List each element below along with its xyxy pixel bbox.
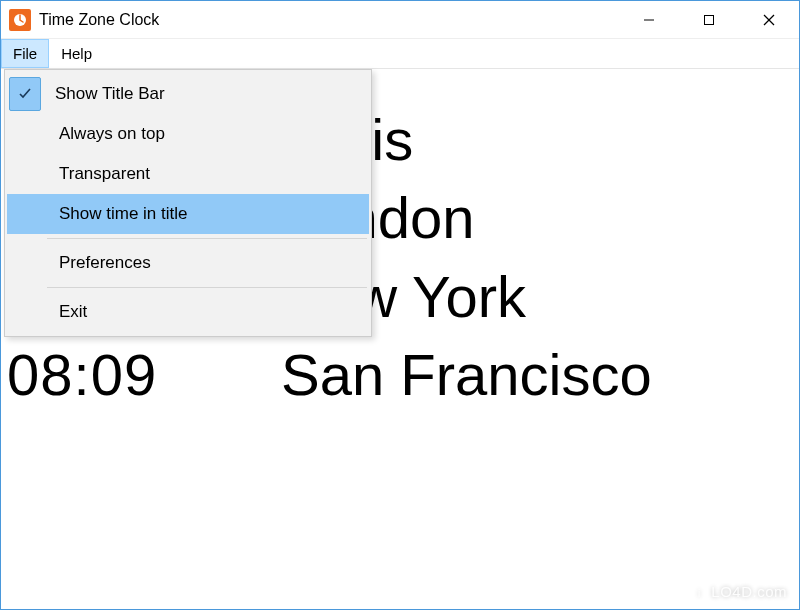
- menu-item-label: Always on top: [47, 124, 369, 144]
- check-icon: [9, 77, 41, 111]
- watermark-text: LO4D.com: [711, 583, 787, 600]
- window-title: Time Zone Clock: [39, 11, 159, 29]
- menu-transparent[interactable]: Transparent: [7, 154, 369, 194]
- menu-item-label: Preferences: [47, 253, 369, 273]
- watermark: iLO4D.com: [691, 583, 787, 601]
- menu-item-label: Transparent: [47, 164, 369, 184]
- menu-show-time-in-title[interactable]: Show time in title: [7, 194, 369, 234]
- close-button[interactable]: [739, 1, 799, 39]
- maximize-button[interactable]: [679, 1, 739, 39]
- menu-preferences[interactable]: Preferences: [7, 243, 369, 283]
- file-dropdown: Show Title Bar Always on top Transparent…: [4, 69, 372, 337]
- minimize-button[interactable]: [619, 1, 679, 39]
- clock-row: 08:09 San Francisco: [1, 336, 799, 414]
- menu-file[interactable]: File: [1, 39, 49, 68]
- menu-item-label: Show time in title: [47, 204, 369, 224]
- menubar: File Help: [1, 39, 799, 69]
- window-controls: [619, 1, 799, 38]
- menu-exit[interactable]: Exit: [7, 292, 369, 332]
- menu-help[interactable]: Help: [49, 39, 104, 68]
- clock-city: San Francisco: [251, 336, 652, 414]
- svg-rect-2: [705, 16, 714, 25]
- info-icon: i: [691, 585, 707, 601]
- menu-always-on-top[interactable]: Always on top: [7, 114, 369, 154]
- app-icon: [9, 9, 31, 31]
- clock-time: 08:09: [1, 336, 251, 414]
- titlebar: Time Zone Clock: [1, 1, 799, 39]
- menu-show-title-bar[interactable]: Show Title Bar: [7, 74, 369, 114]
- app-window: Time Zone Clock File Help 17:09 Paris 16…: [0, 0, 800, 610]
- menu-separator: [47, 238, 367, 239]
- menu-item-label: Show Title Bar: [43, 84, 369, 104]
- menu-separator: [47, 287, 367, 288]
- menu-item-label: Exit: [47, 302, 369, 322]
